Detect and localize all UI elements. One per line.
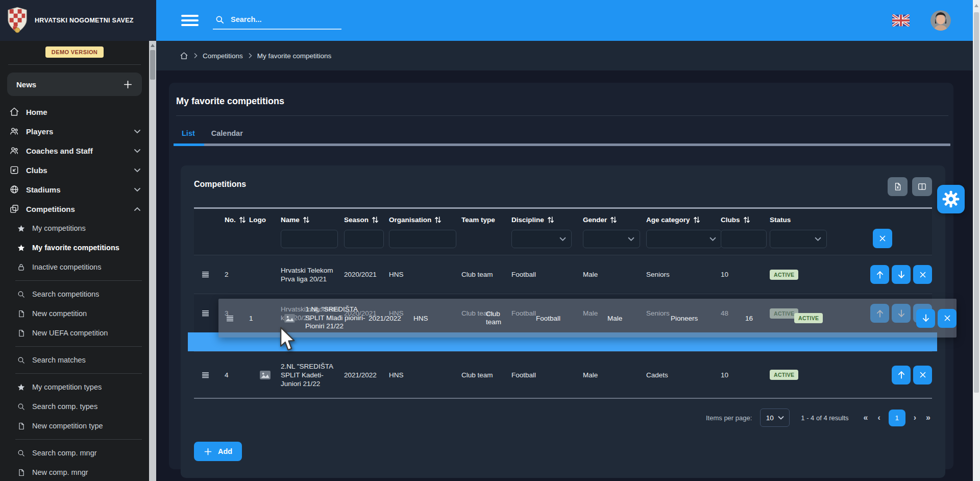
chevron-up-icon bbox=[134, 207, 141, 211]
prev-page-button[interactable]: ‹ bbox=[876, 413, 881, 422]
sort-icon[interactable] bbox=[547, 216, 554, 224]
cell-logo bbox=[249, 255, 281, 294]
drag-handle-icon[interactable] bbox=[202, 372, 209, 378]
season-filter-input[interactable] bbox=[344, 230, 384, 248]
column-label-gender[interactable]: Gender bbox=[583, 214, 639, 225]
cell-season: 2020/2021 bbox=[344, 255, 389, 294]
remove-button[interactable] bbox=[913, 265, 932, 284]
lock-icon bbox=[17, 263, 26, 272]
age_category-filter-select[interactable] bbox=[646, 230, 722, 248]
remove-button[interactable] bbox=[938, 309, 957, 328]
sidebar-item-stadiums[interactable]: Stadiums bbox=[0, 180, 149, 199]
page-scrollbar-thumb[interactable] bbox=[974, 12, 979, 393]
scroll-up-icon[interactable] bbox=[974, 4, 978, 7]
remove-button[interactable] bbox=[913, 366, 932, 384]
current-page-button[interactable]: 1 bbox=[889, 410, 905, 426]
add-news-icon[interactable] bbox=[123, 80, 133, 89]
cell-clubs: 10 bbox=[721, 352, 770, 398]
sidebar-item-inactive-competitions[interactable]: Inactive competitions bbox=[0, 257, 149, 277]
sidebar-item-search-competitions[interactable]: Search competitions bbox=[0, 284, 149, 304]
add-button[interactable]: Add bbox=[194, 442, 242, 461]
first-page-button[interactable]: « bbox=[862, 413, 870, 422]
uk-flag-icon[interactable] bbox=[892, 14, 910, 27]
sidebar-item-search-comp-types[interactable]: Search comp. types bbox=[0, 397, 149, 416]
move-down-button[interactable] bbox=[916, 309, 935, 328]
clubs-filter-input[interactable] bbox=[721, 230, 767, 248]
breadcrumb-competitions[interactable]: Competitions bbox=[203, 52, 243, 60]
sidebar-item-new-competition-type[interactable]: New competition type bbox=[0, 416, 149, 436]
sidebar-scrollbar[interactable] bbox=[149, 41, 156, 481]
clear-filters-button[interactable] bbox=[873, 229, 892, 248]
tab-calendar[interactable]: Calendar bbox=[203, 123, 251, 143]
sort-icon[interactable] bbox=[610, 216, 617, 224]
column-label-text: No. bbox=[225, 216, 236, 224]
cell-status: ACTIVE bbox=[770, 255, 833, 294]
sidebar-item-new-comp-mngr[interactable]: New comp. mngr bbox=[0, 463, 149, 481]
sort-icon[interactable] bbox=[372, 216, 379, 224]
settings-gear-button[interactable] bbox=[937, 185, 965, 213]
sidebar-item-new-uefa-competition[interactable]: New UEFA competition bbox=[0, 323, 149, 343]
column-label-organisation[interactable]: Organisation bbox=[389, 214, 461, 225]
team-type-text: Club team bbox=[486, 310, 513, 326]
column-label-discipline[interactable]: Discipline bbox=[511, 214, 576, 225]
news-widget[interactable]: News bbox=[7, 73, 142, 96]
last-page-button[interactable]: » bbox=[924, 413, 932, 422]
gender-filter-select[interactable] bbox=[583, 230, 640, 248]
sidebar-scrollbar-thumb[interactable] bbox=[150, 50, 155, 80]
column-label-clubs[interactable]: Clubs bbox=[721, 214, 770, 225]
move-up-button[interactable] bbox=[892, 366, 911, 384]
sidebar-item-label: Search matches bbox=[32, 356, 86, 364]
cell-organisation: HNS bbox=[413, 299, 486, 338]
search-icon bbox=[215, 15, 225, 25]
table-row[interactable]: 2Hrvatski Telekom Prva liga 20/212020/20… bbox=[194, 255, 932, 294]
tab-list[interactable]: List bbox=[174, 123, 203, 143]
table-row[interactable]: 42.NL "SREDIŠTA SPLIT Kadeti-Juniori 21/… bbox=[194, 351, 932, 398]
scroll-up-icon[interactable] bbox=[151, 44, 155, 47]
status-filter-select[interactable] bbox=[770, 230, 827, 248]
columns-toggle-button[interactable] bbox=[912, 177, 932, 196]
sort-icon[interactable] bbox=[743, 216, 750, 224]
sidebar-item-new-competition[interactable]: New competition bbox=[0, 304, 149, 323]
items-per-page-select[interactable]: 10 bbox=[760, 408, 790, 427]
sidebar-item-players[interactable]: Players bbox=[0, 122, 149, 141]
sort-icon[interactable] bbox=[434, 216, 442, 224]
sidebar-item-clubs[interactable]: Clubs bbox=[0, 160, 149, 180]
organisation-filter-input[interactable] bbox=[389, 230, 456, 248]
dragged-row[interactable]: 11.NL "SREDIŠTA SPLIT Mlađi pioniri-Pion… bbox=[218, 299, 957, 338]
drag-handle-icon[interactable] bbox=[226, 315, 234, 322]
drag-handle-icon[interactable] bbox=[202, 310, 209, 317]
column-label-season[interactable]: Season bbox=[344, 214, 389, 225]
sidebar-item-search-comp-mngr[interactable]: Search comp. mngr bbox=[0, 443, 149, 463]
sort-icon[interactable] bbox=[693, 216, 700, 224]
sidebar-item-my-competition-types[interactable]: My competition types bbox=[0, 377, 149, 397]
sort-icon[interactable] bbox=[239, 216, 246, 224]
column-header-actions bbox=[833, 214, 932, 248]
export-file-button[interactable] bbox=[888, 177, 908, 196]
hamburger-menu-icon[interactable] bbox=[181, 15, 199, 26]
sort-icon[interactable] bbox=[303, 216, 310, 224]
app-root: HRVATSKI NOGOMETNI SAVEZ bbox=[0, 0, 980, 481]
topbar-brand-section: HRVATSKI NOGOMETNI SAVEZ bbox=[0, 0, 156, 41]
move-down-button[interactable] bbox=[892, 265, 911, 284]
drag-handle-icon[interactable] bbox=[202, 271, 209, 278]
move-up-button[interactable] bbox=[870, 265, 889, 284]
discipline-filter-select[interactable] bbox=[511, 230, 572, 248]
breadcrumb-separator-icon bbox=[248, 53, 252, 59]
home-icon[interactable] bbox=[180, 52, 188, 60]
page-scrollbar[interactable] bbox=[973, 0, 980, 481]
column-label-age_category[interactable]: Age category bbox=[646, 214, 721, 225]
sidebar-item-my-competitions[interactable]: My competitions bbox=[0, 219, 149, 238]
sidebar-item-search-matches[interactable]: Search matches bbox=[0, 350, 149, 370]
name-filter-input[interactable] bbox=[281, 230, 338, 248]
search-input[interactable] bbox=[230, 15, 324, 24]
column-label-no[interactable]: No. bbox=[225, 214, 249, 225]
next-page-button[interactable]: › bbox=[912, 413, 918, 422]
column-label-text: Name bbox=[281, 215, 300, 224]
search-icon bbox=[17, 356, 26, 365]
sidebar-item-my-favorite-competitions[interactable]: My favorite competitions bbox=[0, 238, 149, 257]
user-avatar[interactable] bbox=[930, 10, 951, 31]
sidebar-item-home[interactable]: Home bbox=[0, 102, 149, 122]
sidebar-item-competitions[interactable]: Competitions bbox=[0, 199, 149, 219]
column-label-name[interactable]: Name bbox=[281, 214, 341, 225]
sidebar-item-coaches-and-staff[interactable]: Coaches and Staff bbox=[0, 141, 149, 160]
